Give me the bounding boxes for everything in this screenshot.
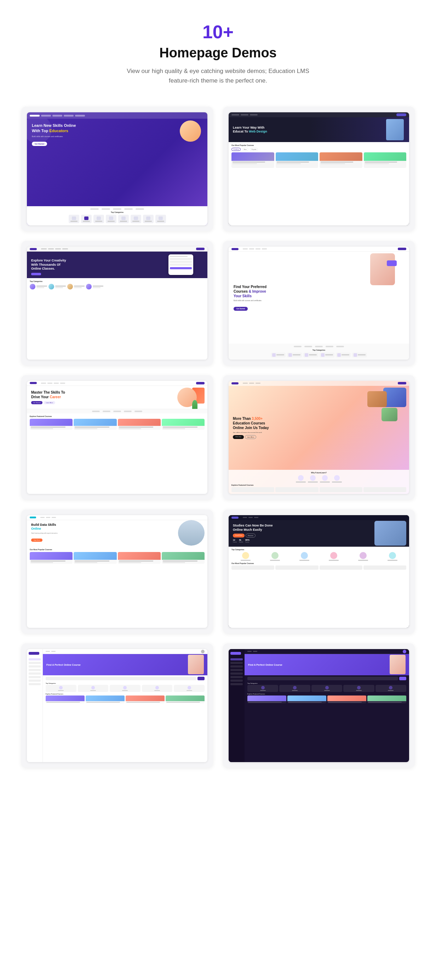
demo4-hero: Find Your PreferredCourses & ImproveYour… — [228, 251, 409, 344]
demo6-hero-img3 — [382, 408, 398, 421]
demo1-logo2 — [101, 208, 110, 210]
demo-card-10[interactable]: Find A Perfect Online Course Top Categor… — [223, 643, 415, 768]
demo9-topnav — [43, 649, 208, 654]
demo6-primary-btn[interactable]: Overview — [233, 435, 244, 439]
demo1-cat-6 — [131, 215, 141, 223]
demo4-cat6-label — [358, 354, 366, 355]
demo1-hero: Learn New Skills OnlineWith Top Educator… — [27, 119, 208, 206]
demo4-bottom: Top Categories — [228, 344, 409, 360]
demo8-course-2 — [275, 565, 318, 570]
demo7-hero-title: Build Data SkillsOnline — [31, 523, 117, 531]
demo2-course2-body — [276, 161, 319, 165]
demo-card-7[interactable]: Build Data SkillsOnline Start learning t… — [21, 509, 213, 634]
demo7-hero-image — [178, 520, 205, 546]
demo3-navdot3 — [55, 248, 61, 250]
demo9-search-bar — [46, 677, 205, 680]
demo4-nav-links — [243, 248, 267, 250]
demo10-cat-3 — [311, 685, 342, 692]
demo9-course3-title — [126, 702, 160, 703]
demo10-cat-5 — [376, 685, 406, 692]
demo3-cat-2 — [49, 284, 66, 290]
demo3-navdot1 — [41, 248, 47, 250]
demo5-navdot3 — [54, 383, 59, 384]
demo5-logo — [30, 382, 37, 384]
demo2-course4-thumbnail — [364, 152, 407, 161]
demo8-secondary-btn[interactable]: Discover — [246, 534, 255, 538]
demo1-logo5 — [136, 208, 144, 210]
demo9-cat-5 — [174, 685, 205, 692]
demo6-secondary-btn[interactable]: Learn More — [245, 435, 256, 439]
demo6-feat3-icon — [322, 475, 328, 481]
demo7-course-1 — [30, 552, 73, 564]
demo-card-9[interactable]: Find A Perfect Online Course Top Categor… — [21, 643, 213, 768]
demo-card-4[interactable]: Find Your PreferredCourses & ImproveYour… — [223, 241, 415, 365]
demo-card-2[interactable]: Learn Your Way WithEducat To Web Design … — [223, 107, 415, 231]
demo7-navdot3 — [52, 517, 56, 518]
demo7-hero: Build Data SkillsOnline Start learning t… — [27, 520, 208, 547]
demo10-courses-list — [247, 695, 406, 703]
demo4-cta-button[interactable]: Get Started — [233, 307, 248, 311]
demos-count: 10+ — [7, 21, 429, 43]
demo8-cat4-icon — [330, 552, 337, 559]
demo2-course3-meta — [320, 163, 345, 164]
demo7-hero-text: Build Data SkillsOnline Start learning t… — [31, 523, 117, 542]
demo5-course1-meta — [31, 428, 53, 429]
demo10-course4-title — [368, 702, 402, 703]
demo3-cat4-avatar — [86, 284, 92, 290]
demo1-preview: Learn New Skills OnlineWith Top Educator… — [27, 112, 208, 225]
demo-card-5[interactable]: Master The Skills ToDrive Your Career Ge… — [21, 375, 213, 500]
demo9-hero-title: Find A Perfect Online Course — [46, 663, 141, 666]
demo8-navdot3 — [254, 517, 258, 518]
demo7-cta-button[interactable]: Start Now — [31, 539, 43, 542]
demo3-cat3-info — [74, 286, 85, 288]
demo1-logo3 — [113, 208, 121, 210]
demo2-course2-title — [277, 162, 309, 162]
demo-card-8[interactable]: Studies Can Now Be DoneOnline Much Easil… — [223, 509, 415, 634]
demo7-course-3 — [118, 552, 161, 564]
demo5-primary-btn[interactable]: Get Started — [31, 401, 43, 404]
demo5-course4-thumbnail — [162, 419, 205, 426]
demo7-navdot1 — [40, 517, 44, 518]
demo2-course3-title — [320, 162, 353, 162]
demo6-feat2-icon — [310, 475, 316, 481]
demo-card-3[interactable]: Explore Your CreativityWith Thousands Of… — [21, 241, 213, 365]
demo5-hero-title: Master The Skills ToDrive Your Career — [31, 390, 114, 399]
demo-card-1[interactable]: Learn New Skills OnlineWith Top Educator… — [21, 107, 213, 231]
demo9-cat2-label — [90, 690, 96, 691]
demo9-search-button[interactable] — [198, 677, 205, 680]
demo4-hero-text: Find Your PreferredCourses & ImproveYour… — [233, 285, 319, 310]
demo10-search-input[interactable] — [247, 677, 398, 680]
demo1-cat2-label — [83, 221, 90, 222]
demo5-secondary-btn[interactable]: Learn More — [44, 401, 55, 404]
demo5-course2-body — [74, 426, 116, 430]
demo4-cat1-label — [276, 354, 284, 355]
demo10-cat-4 — [343, 685, 374, 692]
demo10-search-bar — [247, 677, 406, 680]
demo4-cat-6 — [352, 353, 367, 358]
demo6-course-3 — [320, 487, 362, 492]
demo8-stat3-number: 98% — [245, 539, 249, 541]
demo3-cat2-avatar — [49, 284, 54, 290]
demo9-course4-title — [166, 702, 200, 703]
demo10-search-button[interactable] — [399, 677, 406, 680]
demo9-cat4-icon — [155, 686, 159, 689]
demo7-preview: Build Data SkillsOnline Start learning t… — [27, 515, 208, 628]
demo2-course-2 — [276, 152, 319, 168]
demo9-course2-body — [86, 701, 125, 703]
demo9-featured-title: Explore Featured Courses — [46, 693, 205, 695]
demo1-cat8-icon — [159, 216, 163, 220]
demo2-course-4 — [364, 152, 407, 168]
demo9-navdot1 — [46, 651, 50, 652]
demo9-search-input[interactable] — [46, 677, 197, 680]
demo10-course2-body — [287, 701, 326, 703]
demo8-cat-4 — [320, 552, 347, 561]
demo-card-6[interactable]: More Than 3,500+Education CoursesOnline … — [223, 375, 415, 500]
demo4-navbar — [228, 247, 409, 251]
demo3-navdot4 — [62, 248, 68, 250]
demo8-primary-btn[interactable]: Enroll Now — [233, 534, 244, 538]
demo10-cat5-label — [388, 690, 393, 691]
demo10-sidebar-item-4 — [230, 669, 243, 671]
demo9-cat1-label — [58, 690, 64, 691]
demo5-hero-buttons: Get Started Learn More — [31, 401, 114, 404]
demo8-cat-2 — [261, 552, 289, 561]
